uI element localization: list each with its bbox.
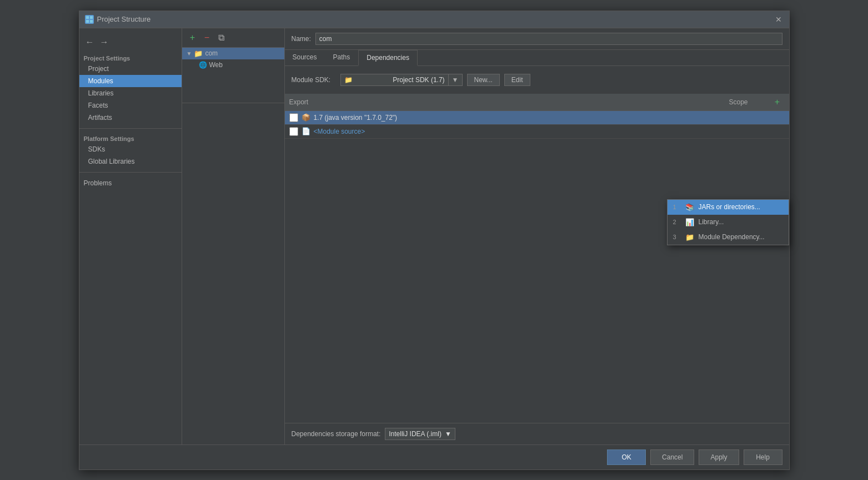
sidebar-divider-2 xyxy=(79,172,182,173)
svg-rect-0 xyxy=(86,16,89,19)
dep-module-icon: 📄 xyxy=(302,127,310,135)
sidebar-item-facets[interactable]: Facets xyxy=(79,99,182,112)
tree-item-com[interactable]: ▼ 📁 com xyxy=(182,48,284,59)
dropdown-item-module-dep[interactable]: 3 📁 Module Dependency... xyxy=(668,230,789,245)
apply-button[interactable]: Apply xyxy=(699,449,739,465)
add-module-button[interactable]: + xyxy=(187,32,199,44)
header-export: Export xyxy=(289,98,323,106)
sdk-value: Project SDK (1.7) xyxy=(393,76,444,84)
dep-row-name-1: 1.7 (java version "1.7.0_72") xyxy=(314,114,729,122)
tabs-row: Sources Paths Dependencies xyxy=(285,50,789,66)
dropdown-label-1: JARs or directories... xyxy=(699,203,760,211)
project-structure-dialog: Project Structure ✕ ← → Project Settings… xyxy=(79,11,790,470)
dropdown-num-2: 2 xyxy=(673,219,681,225)
help-button[interactable]: Help xyxy=(744,449,782,465)
sidebar-item-problems[interactable]: Problems xyxy=(79,177,182,189)
tab-sources[interactable]: Sources xyxy=(285,50,325,65)
header-scope: Scope xyxy=(715,98,770,106)
dropdown-label-3: Module Dependency... xyxy=(699,233,765,241)
tab-paths[interactable]: Paths xyxy=(325,50,359,65)
dropdown-icon-3: 📁 xyxy=(685,233,694,241)
dep-row-name-2: <Module source> xyxy=(314,128,729,135)
sdk-icon: 📁 xyxy=(344,76,353,84)
title-bar-left: Project Structure xyxy=(85,15,151,24)
svg-rect-1 xyxy=(90,16,93,19)
storage-select[interactable]: IntelliJ IDEA (.iml) ▼ xyxy=(385,428,455,440)
dropdown-num-3: 3 xyxy=(673,234,681,240)
svg-rect-3 xyxy=(90,20,93,23)
edit-sdk-button[interactable]: Edit xyxy=(504,74,530,86)
sdk-row: Module SDK: 📁 Project SDK (1.7) ▼ New... xyxy=(285,70,789,89)
name-label: Name: xyxy=(292,35,311,43)
close-button[interactable]: ✕ xyxy=(774,14,784,24)
dependencies-content: Module SDK: 📁 Project SDK (1.7) ▼ New... xyxy=(285,66,789,444)
dropdown-item-library[interactable]: 2 📊 Library... xyxy=(668,215,789,230)
right-side-container: Name: Sources Paths Dependencies xyxy=(285,28,789,444)
dep-storage-row: Dependencies storage format: IntelliJ ID… xyxy=(285,423,789,444)
dialog-title: Project Structure xyxy=(97,15,151,23)
dropdown-icon-1: 📚 xyxy=(685,203,694,211)
dep-export-checkbox-2[interactable] xyxy=(289,127,298,136)
remove-module-button[interactable]: − xyxy=(201,32,213,44)
footer: OK Cancel Apply Help xyxy=(79,444,789,469)
storage-label: Dependencies storage format: xyxy=(292,430,381,438)
project-settings-label: Project Settings xyxy=(79,53,182,63)
dep-row-sdk[interactable]: 📦 1.7 (java version "1.7.0_72") xyxy=(285,111,789,125)
tree-arrow-icon: ▼ xyxy=(187,50,192,57)
sidebar-nav-row: ← → xyxy=(79,34,182,53)
ok-button[interactable]: OK xyxy=(607,449,646,465)
dropdown-item-jars[interactable]: 1 📚 JARs or directories... xyxy=(668,200,789,215)
module-toolbar: + − ⧉ xyxy=(182,28,284,48)
new-sdk-button[interactable]: New... xyxy=(467,74,500,86)
dropdown-num-1: 1 xyxy=(673,204,681,210)
storage-value: IntelliJ IDEA (.iml) xyxy=(389,430,441,438)
sidebar-item-modules[interactable]: Modules xyxy=(79,75,182,87)
tree-child-label: Web xyxy=(209,61,223,69)
add-dependency-button[interactable]: + xyxy=(771,96,784,108)
sdk-dropdown: 📁 Project SDK (1.7) ▼ xyxy=(340,74,463,86)
name-input[interactable] xyxy=(315,33,782,45)
sidebar-item-sdks[interactable]: SDKs xyxy=(79,143,182,155)
name-row: Name: xyxy=(285,28,789,50)
dropdown-label-2: Library... xyxy=(699,218,724,226)
dep-row-module-source[interactable]: 📄 <Module source> xyxy=(285,125,789,139)
module-tree: ▼ 📁 com 🌐 Web xyxy=(182,48,284,103)
copy-module-button[interactable]: ⧉ xyxy=(215,32,228,44)
main-content: ← → Project Settings Project Modules Lib… xyxy=(79,28,789,444)
svg-rect-2 xyxy=(86,20,89,23)
sdk-select-box[interactable]: 📁 Project SDK (1.7) xyxy=(340,74,449,86)
platform-settings-label: Platform Settings xyxy=(79,133,182,143)
sidebar-item-global-libraries[interactable]: Global Libraries xyxy=(79,155,182,168)
sdk-dropdown-button[interactable]: ▼ xyxy=(449,74,463,86)
sidebar-divider xyxy=(79,128,182,129)
sdk-label: Module SDK: xyxy=(292,76,336,84)
forward-button[interactable]: → xyxy=(98,36,111,48)
tree-item-web[interactable]: 🌐 Web xyxy=(182,59,284,70)
sidebar: ← → Project Settings Project Modules Lib… xyxy=(79,28,182,444)
back-button[interactable]: ← xyxy=(84,36,96,48)
sidebar-item-libraries[interactable]: Libraries xyxy=(79,87,182,99)
add-dependency-dropdown: 1 📚 JARs or directories... 2 📊 Library..… xyxy=(667,199,789,245)
tree-item-label: com xyxy=(205,49,218,57)
dialog-icon xyxy=(85,15,94,24)
sidebar-item-artifacts[interactable]: Artifacts xyxy=(79,112,182,124)
web-icon: 🌐 xyxy=(199,61,207,69)
storage-dropdown-icon: ▼ xyxy=(445,430,451,438)
tab-dependencies[interactable]: Dependencies xyxy=(358,50,418,66)
title-bar: Project Structure ✕ xyxy=(79,11,789,28)
module-list-panel: + − ⧉ ▼ 📁 com 🌐 Web xyxy=(182,28,285,444)
dep-table-header: Export Scope + xyxy=(285,94,789,111)
cancel-button[interactable]: Cancel xyxy=(650,449,694,465)
dropdown-icon-2: 📊 xyxy=(685,218,694,226)
dep-table-wrapper: Export Scope + xyxy=(285,94,789,423)
sidebar-item-project[interactable]: Project xyxy=(79,63,182,75)
dep-export-checkbox-1[interactable] xyxy=(289,113,298,122)
folder-icon: 📁 xyxy=(194,49,203,58)
detail-panel: Name: Sources Paths Dependencies xyxy=(285,28,789,444)
dep-sdk-icon: 📦 xyxy=(302,113,310,122)
